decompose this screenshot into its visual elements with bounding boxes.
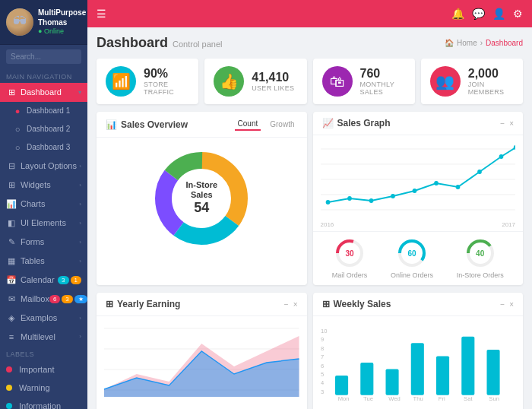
chevron-right-icon: › <box>79 258 81 265</box>
circle-icon: ● <box>12 106 23 116</box>
svg-text:10: 10 <box>321 328 327 334</box>
middle-row: 📊 Sales Overview Count Growth <box>97 112 523 285</box>
sidebar-item-examplos[interactable]: ◈ Examplos › <box>0 309 87 328</box>
tables-icon: ▦ <box>6 256 17 266</box>
breadcrumb: 🏠 Home › Dashboard <box>445 39 523 47</box>
sidebar-item-label: Mailbox <box>21 294 49 303</box>
widgets-icon: ⊞ <box>6 180 17 190</box>
sidebar-item-dashboard1[interactable]: ● Dashboard 1 <box>0 102 87 120</box>
growth-tab[interactable]: Growth <box>267 119 297 130</box>
badge-6: 6 <box>49 295 60 303</box>
stat-value-sales: 760 <box>360 67 406 81</box>
ui-icon: ◧ <box>6 218 17 228</box>
stat-value-traffic: 90% <box>144 67 189 81</box>
sidebar-item-label: Forms <box>21 237 44 246</box>
svg-point-18 <box>499 154 503 159</box>
settings-icon[interactable]: ⚙ <box>513 8 523 20</box>
users-icon: 👥 <box>435 72 454 90</box>
breadcrumb-home: Home <box>457 39 477 47</box>
sidebar-item-charts[interactable]: 📊 Charts › <box>0 195 87 214</box>
thumbsup-icon: 👍 <box>220 72 239 90</box>
svg-text:Wed: Wed <box>388 395 400 402</box>
svg-text:5: 5 <box>321 371 324 378</box>
stat-cards: 📶 90% STORE TRAFFIC 👍 41,410 USER LIKES <box>97 59 523 104</box>
chevron-right-icon: › <box>79 163 81 170</box>
notification-icon[interactable]: 🔔 <box>451 8 464 20</box>
online-badge: ● Online <box>38 27 86 36</box>
svg-rect-43 <box>461 337 474 395</box>
hamburger-icon[interactable]: ☰ <box>97 8 106 20</box>
search-input[interactable] <box>6 49 81 64</box>
avatar: 🕶 <box>6 8 33 36</box>
sidebar-search-container <box>0 45 87 68</box>
svg-point-15 <box>434 181 439 185</box>
warning-dot <box>6 385 12 391</box>
xaxis-label-2016: 2016 <box>321 221 334 228</box>
members-icon-wrap: 👥 <box>430 66 461 97</box>
minimize-button[interactable]: − <box>500 300 505 309</box>
svg-text:Fri: Fri <box>438 395 445 402</box>
stat-card-sales: 🛍 760 MONTHLY SALES <box>313 59 415 104</box>
sidebar-item-tables[interactable]: ▦ Tables › <box>0 252 87 271</box>
sidebar-item-calendar[interactable]: 📅 Calendar 3 1 <box>0 271 87 290</box>
svg-rect-44 <box>486 350 499 395</box>
chevron-right-icon: › <box>79 239 81 246</box>
sidebar-item-important[interactable]: Important <box>0 360 87 379</box>
sidebar-item-label: Dashboard 2 <box>27 125 70 133</box>
yearly-earning-card: ⊞ Yearly Earning − × <box>97 293 307 409</box>
sidebar-item-layout[interactable]: ⊟ Layout Options › <box>0 157 87 176</box>
svg-point-4 <box>180 177 223 220</box>
sidebar-item-label: Dashboard <box>21 87 62 97</box>
minimize-button[interactable]: − <box>500 119 505 128</box>
minimize-button[interactable]: − <box>284 300 289 309</box>
sidebar-item-dashboard[interactable]: ⊞ Dashboard ▾ <box>0 83 87 102</box>
close-button[interactable]: × <box>293 300 298 309</box>
svg-text:Sat: Sat <box>464 395 473 402</box>
examplos-icon: ◈ <box>6 313 17 323</box>
badge-3: 3 <box>58 276 68 284</box>
yearly-earning-title: Yearly Earning <box>117 299 180 309</box>
chevron-right-icon: › <box>79 201 81 208</box>
sidebar-item-forms[interactable]: ✎ Forms › <box>0 233 87 252</box>
svg-point-12 <box>369 198 373 203</box>
sidebar-item-dashboard3[interactable]: ○ Dashboard 3 <box>0 138 87 157</box>
circle-instore-label: In-Store Orders <box>457 271 504 279</box>
svg-point-13 <box>391 194 395 198</box>
chat-icon[interactable]: 💬 <box>472 8 485 20</box>
sidebar-item-information[interactable]: Information <box>0 397 87 409</box>
sidebar-item-widgets[interactable]: ⊞ Widgets › <box>0 176 87 195</box>
close-button[interactable]: × <box>509 300 514 309</box>
count-tab[interactable]: Count <box>235 118 261 131</box>
sidebar-item-dashboard2[interactable]: ○ Dashboard 2 <box>0 120 87 138</box>
close-button[interactable]: × <box>509 119 514 128</box>
svg-point-17 <box>477 170 482 174</box>
yearly-earning-header: ⊞ Yearly Earning − × <box>97 293 307 316</box>
sales-graph-card: 📈 Sales Graph − × <box>313 112 524 285</box>
svg-rect-41 <box>410 343 423 395</box>
badge-1: 1 <box>71 276 81 284</box>
circle-instore-value: 40 <box>476 249 484 258</box>
topbar: ☰ 🔔 💬 👤 ⚙ <box>87 0 532 27</box>
svg-point-14 <box>412 189 416 193</box>
sidebar-item-mailbox[interactable]: ✉ Mailbox 6 3 ★ <box>0 290 87 309</box>
grid-icon: ⊞ <box>106 299 113 309</box>
sidebar-item-label: Examplos <box>21 313 57 322</box>
svg-text:8: 8 <box>321 345 324 352</box>
sidebar-item-label: Information <box>19 401 61 409</box>
sales-graph-title: Sales Graph <box>337 118 391 128</box>
badge-3: 3 <box>62 295 72 303</box>
sidebar-item-warning[interactable]: Warning <box>0 379 87 397</box>
svg-text:Sun: Sun <box>489 395 499 402</box>
sidebar-item-ui[interactable]: ◧ UI Elements › <box>0 214 87 233</box>
stat-value-likes: 41,410 <box>252 71 294 84</box>
profile-icon[interactable]: 👤 <box>492 8 505 20</box>
chevron-right-icon: › <box>79 333 81 340</box>
weekly-sales-header: ⊞ Weekly Sales − × <box>313 293 524 316</box>
sidebar-item-multilevel[interactable]: ≡ Multilevel › <box>0 328 87 346</box>
chart-icon: 📊 <box>106 119 117 130</box>
svg-point-10 <box>325 200 330 204</box>
chevron-down-icon: ▾ <box>78 89 81 96</box>
badge-star: ★ <box>74 295 87 303</box>
circle-stat-instore: 40 In-Store Orders <box>457 238 504 279</box>
circle-online-label: Online Orders <box>391 271 433 279</box>
